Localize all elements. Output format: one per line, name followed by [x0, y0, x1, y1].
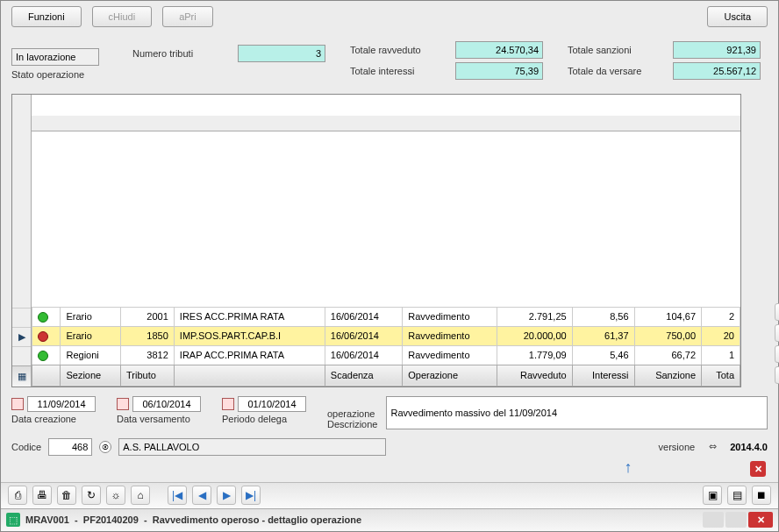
tool-3[interactable]: ↻ — [82, 486, 101, 506]
version-swap-icon[interactable]: ⇔ — [702, 442, 723, 453]
versione-value: 2014.4.0 — [730, 442, 768, 452]
close-button[interactable]: ✕ — [748, 513, 773, 528]
panel-close-icon[interactable]: ✕ — [750, 461, 766, 477]
col-header[interactable]: Sanzione — [634, 365, 701, 387]
window-title: MRAV001 - PF20140209 - Ravvedimento oper… — [25, 515, 701, 526]
title-text: Ravvedimento operoso - dettaglio operazi… — [153, 515, 361, 526]
table-row[interactable]: Erario1850IMP.SOS.PART.CAP.B.I16/06/2014… — [32, 327, 740, 346]
descrizione-label2: operazione — [327, 408, 377, 419]
tool-1[interactable]: 🖶 — [32, 486, 52, 506]
nav-prev[interactable]: ◀ — [192, 486, 211, 506]
codice-label: Codice — [11, 442, 41, 452]
row-header[interactable] — [12, 308, 31, 327]
app-icon: ⬚ — [6, 514, 20, 528]
apri-button[interactable]: aPri — [162, 6, 213, 27]
tot-versare-label: Totale da versare — [568, 66, 664, 76]
tool-r0[interactable]: ▣ — [703, 486, 722, 506]
col-header[interactable]: Tributo — [121, 365, 175, 387]
tool-5[interactable]: ⌂ — [131, 486, 150, 506]
table-row[interactable]: Erario2001IRES ACC.PRIMA RATA16/06/2014R… — [32, 308, 740, 327]
codice-field[interactable]: 468 — [48, 438, 92, 456]
data-creazione-label: Data creazione — [11, 414, 96, 424]
tool-0[interactable]: ⎙ — [8, 486, 27, 506]
descrizione-field[interactable]: Ravvedimento massivo del 11/09/2014 — [386, 396, 768, 429]
tot-ravveduto-label: Totale ravveduto — [350, 45, 447, 55]
grid-sidebar: ✖ ✎ ☐ ⚑ — [775, 303, 779, 384]
calendar-icon[interactable] — [11, 398, 24, 410]
side-btn-1[interactable]: ✎ — [775, 345, 779, 363]
horizontal-scrollbar[interactable] — [32, 116, 740, 131]
row-header[interactable] — [12, 346, 31, 365]
chiudi-button[interactable]: cHiudi — [92, 6, 153, 27]
calendar-icon[interactable] — [117, 398, 129, 410]
grid-table: SezioneTributoScadenzaOperazioneRavvedut… — [32, 307, 740, 387]
stato-label: Stato operazione — [11, 69, 108, 80]
tot-interessi-label: Totale interessi — [350, 66, 447, 76]
row-header-selected[interactable]: ▶ — [12, 327, 31, 346]
numero-value: 3 — [238, 45, 325, 62]
tool-2[interactable]: 🗑 — [57, 486, 76, 506]
numero-label: Numero tributi — [132, 48, 229, 59]
versione-label: versione — [659, 442, 696, 452]
data-grid[interactable]: ▦ ▶ SezioneTributoScadenzaOperazioneRavv… — [11, 94, 741, 387]
data-versamento-input[interactable] — [132, 396, 201, 412]
nav-first[interactable]: |◀ — [168, 486, 187, 506]
col-header[interactable] — [174, 365, 325, 387]
uscita-button[interactable]: Uscita — [707, 6, 768, 27]
side-btn-2[interactable]: ☐ — [775, 324, 779, 342]
tot-ravveduto-value: 24.570,34 — [455, 41, 543, 59]
maximize-button[interactable] — [725, 513, 747, 528]
col-header[interactable]: Sezione — [61, 365, 121, 387]
nav-next[interactable]: ▶ — [217, 486, 236, 506]
side-btn-0[interactable]: ✖ — [775, 366, 779, 384]
side-btn-3[interactable]: ⚑ — [775, 303, 779, 321]
periodo-delega-label: Periodo delega — [222, 414, 306, 424]
tool-r1[interactable]: ▤ — [727, 486, 747, 506]
descrizione-label: Descrizione — [327, 419, 377, 429]
periodo-delega-input[interactable] — [238, 396, 306, 412]
app-window: ⬚ MRAV001 - PF20140209 - Ravvedimento op… — [0, 0, 779, 532]
nav-last[interactable]: ▶| — [241, 486, 261, 506]
col-header[interactable]: Operazione — [403, 365, 497, 387]
titlebar: ⬚ MRAV001 - PF20140209 - Ravvedimento op… — [1, 508, 778, 531]
minimize-button[interactable] — [703, 513, 724, 528]
stato-value: In lavorazione — [11, 48, 99, 66]
tool-4[interactable]: ☼ — [106, 486, 125, 506]
profile-code: PF20140209 — [83, 515, 139, 526]
tot-sanzioni-label: Totale sanzioni — [568, 45, 664, 55]
col-header[interactable]: Scadenza — [325, 365, 402, 387]
up-arrow-icon[interactable]: ↑ — [618, 458, 638, 477]
main-toolbar: ⎙ 🖶 🗑 ↻ ☼ ⌂ |◀ ◀ ▶ ▶| ▣ ▤ ⏹ — [1, 482, 778, 508]
tot-versare-value: 25.567,12 — [673, 62, 761, 80]
col-header[interactable]: Ravveduto — [497, 365, 572, 387]
lookup-icon[interactable]: ⦿ — [99, 441, 111, 453]
app-code: MRAV001 — [25, 515, 69, 526]
col-header[interactable]: Interessi — [572, 365, 634, 387]
data-versamento-label: Data versamento — [117, 414, 201, 424]
funzioni-button[interactable]: Funzioni — [11, 6, 82, 27]
col-header[interactable]: Tota — [702, 365, 740, 387]
data-creazione-input[interactable] — [27, 396, 96, 412]
row-selector-header: ▦ — [12, 365, 31, 387]
codice-desc: A.S. PALLAVOLO — [118, 438, 386, 456]
calendar-icon[interactable] — [222, 398, 234, 410]
tool-r2[interactable]: ⏹ — [752, 486, 771, 506]
tot-interessi-value: 75,39 — [455, 62, 543, 80]
col-header[interactable] — [32, 365, 61, 387]
tot-sanzioni-value: 921,39 — [673, 41, 761, 59]
table-row[interactable]: Regioni3812IRAP ACC.PRIMA RATA16/06/2014… — [32, 346, 740, 365]
